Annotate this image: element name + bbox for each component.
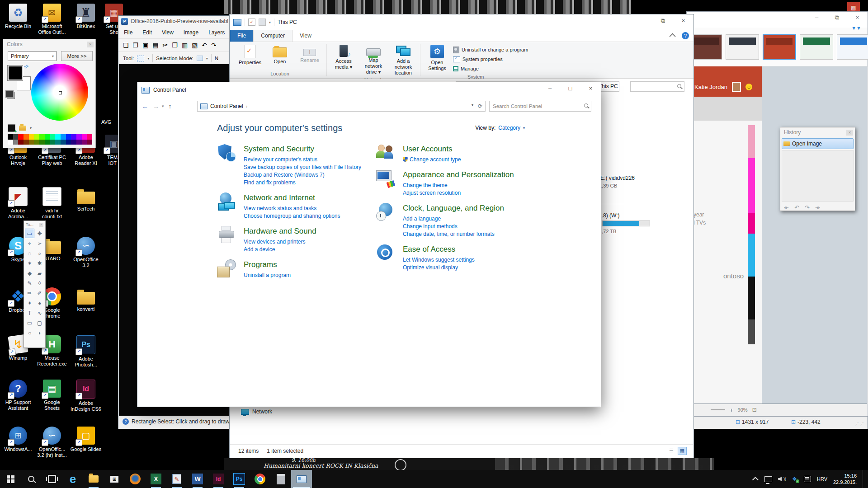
category-title[interactable]: Appearance and Personalization — [403, 170, 514, 179]
palette-folder-icon[interactable] — [19, 126, 26, 131]
breadcrumb[interactable]: Control Panel — [210, 103, 243, 109]
tool-button[interactable]: ⌖ — [25, 239, 34, 248]
palette-swatch[interactable] — [8, 134, 13, 140]
desktop-icon-tile[interactable]: H — [43, 335, 61, 353]
uninstall-program-button[interactable]: Uninstall or change a program — [453, 46, 528, 54]
language-indicator[interactable]: HRV — [817, 476, 827, 482]
minimize-button[interactable]: – — [632, 14, 653, 28]
zoom-slider[interactable] — [711, 409, 725, 410]
tab-file[interactable]: File — [230, 30, 253, 42]
palette-swatch[interactable] — [24, 134, 29, 140]
desktop-icon-tile[interactable]: ♜ — [77, 4, 95, 22]
tool-button[interactable]: ◌ — [25, 249, 34, 258]
category-link[interactable]: Backup and Restore (Windows 7) — [244, 171, 361, 179]
taskbar-app-button[interactable] — [187, 470, 208, 488]
tool-button[interactable]: ◊ — [35, 278, 44, 288]
category-icon[interactable] — [376, 244, 395, 262]
color-target-select[interactable]: Primary ▾ — [8, 51, 57, 61]
details-view-button[interactable]: ☰ — [667, 447, 676, 455]
menu-item[interactable]: File — [124, 29, 132, 36]
menu-item[interactable]: Image — [184, 29, 198, 36]
tool-button[interactable]: ⌕ — [35, 249, 44, 258]
desktop-icon-tile[interactable] — [42, 187, 61, 206]
open-button[interactable]: Open — [266, 44, 294, 65]
category-link[interactable]: Uninstall a program — [244, 272, 291, 279]
desktop-icon[interactable]: ∽ OpenOffice3.2 — [69, 237, 103, 268]
taskbar-app-button[interactable] — [83, 470, 104, 488]
chevron-down-icon[interactable]: ▾ — [523, 126, 525, 130]
history-item-selected[interactable]: Open Image — [782, 138, 854, 149]
category-link[interactable]: Review your computer's status — [244, 156, 361, 164]
taskbar-search-button[interactable] — [21, 470, 42, 488]
category-title[interactable]: Ease of Access — [403, 245, 475, 254]
desktop-icon-tile[interactable]: ∽ — [77, 237, 95, 255]
category-title[interactable]: Programs — [244, 260, 291, 269]
taskbar-app-button[interactable] — [208, 470, 229, 488]
start-button[interactable] — [0, 470, 21, 488]
category-icon[interactable] — [217, 226, 236, 244]
palette-swatch[interactable] — [29, 134, 34, 140]
category-icon[interactable] — [376, 169, 395, 188]
toolbar-icon[interactable]: ▧ — [192, 42, 198, 49]
palette-swatch[interactable] — [82, 134, 87, 140]
menu-item[interactable]: Edit — [142, 29, 152, 36]
palette-swatch[interactable] — [18, 134, 24, 140]
tool-button[interactable]: ✏ — [25, 288, 34, 298]
palette-swatch[interactable] — [34, 134, 39, 140]
palette-swatch[interactable] — [50, 134, 56, 140]
resize-grip[interactable]: ⋰⋰ — [854, 422, 864, 427]
category-link[interactable]: Add a device — [244, 246, 316, 253]
desktop-icon-tile[interactable]: ◤ — [9, 187, 28, 206]
tab-view[interactable]: View — [292, 30, 319, 42]
palette-swatch[interactable] — [66, 140, 71, 145]
history-nav-button[interactable]: ↞ — [784, 204, 789, 211]
taskbar-app-button[interactable] — [104, 470, 125, 488]
chevron-down-icon[interactable]: ▾ — [162, 104, 164, 108]
category-link[interactable]: Change input methods — [403, 223, 504, 230]
taskbar-app-button[interactable] — [125, 470, 146, 488]
filmstrip-thumbnail[interactable] — [726, 34, 759, 60]
tools-panel-titlebar[interactable]: To... ✕ — [24, 221, 45, 228]
tool-button[interactable]: ▭ — [25, 229, 34, 238]
colors-panel-titlebar[interactable]: Colors ✕ — [3, 39, 95, 49]
desktop-icon[interactable]: ▤ GoogleSheets — [35, 380, 69, 411]
palette-swatch[interactable] — [76, 140, 82, 145]
palette-swatch[interactable] — [8, 140, 13, 145]
control-panel-titlebar[interactable]: Control Panel – □ × — [137, 82, 601, 98]
category-icon[interactable] — [376, 144, 395, 162]
qat-properties-icon[interactable]: ✓ — [248, 19, 255, 26]
desktop-icon-tile[interactable] — [43, 241, 61, 254]
palette-swatch[interactable] — [55, 140, 61, 145]
palette-swatch[interactable] — [71, 140, 76, 145]
palette-swatch[interactable] — [61, 140, 66, 145]
tray-overflow-icon[interactable] — [752, 477, 759, 483]
taskbar-app-button[interactable] — [270, 470, 291, 488]
category-link[interactable]: Choose homegroup and sharing options — [244, 212, 340, 220]
fit-to-window-icon[interactable]: ⊡ — [752, 407, 757, 413]
more-button[interactable]: More >> — [61, 51, 93, 61]
search-input[interactable]: Search Control Panel — [489, 101, 591, 112]
desktop-icon[interactable]: ✉ MicrosoftOffice Outl... — [35, 4, 69, 35]
desktop-icon-tile[interactable] — [77, 192, 95, 204]
category-title[interactable]: Hardware and Sound — [244, 227, 316, 236]
address-dropdown-icon[interactable]: ▾ — [472, 103, 473, 109]
category-link[interactable]: View network status and tasks — [244, 205, 340, 212]
toolbar-icon[interactable]: ▤ — [152, 42, 158, 49]
palette-swatch[interactable] — [76, 134, 82, 140]
desktop-icon-tile[interactable]: ∽ — [43, 427, 61, 445]
filmstrip-thumbnail[interactable] — [837, 34, 868, 60]
ribbon-collapse-icon[interactable] — [670, 33, 676, 39]
tool-button[interactable]: ✎ — [25, 278, 34, 288]
chevron-down-icon[interactable]: ▾ — [206, 56, 208, 61]
history-nav-button[interactable]: ↷ — [805, 204, 810, 211]
category-link[interactable]: Change account type — [403, 156, 461, 164]
add-network-location-button[interactable]: Add a network location — [389, 44, 417, 76]
palette-swatch[interactable] — [39, 134, 45, 140]
palette-swatch[interactable] — [18, 140, 24, 145]
category-title[interactable]: System and Security — [244, 145, 361, 154]
tool-button[interactable]: ▢ — [35, 318, 44, 328]
tool-button[interactable]: ✐ — [35, 288, 44, 298]
task-view-button[interactable] — [42, 470, 62, 488]
tool-button[interactable]: ● — [35, 298, 44, 308]
taskbar-app-button[interactable] — [291, 470, 312, 488]
